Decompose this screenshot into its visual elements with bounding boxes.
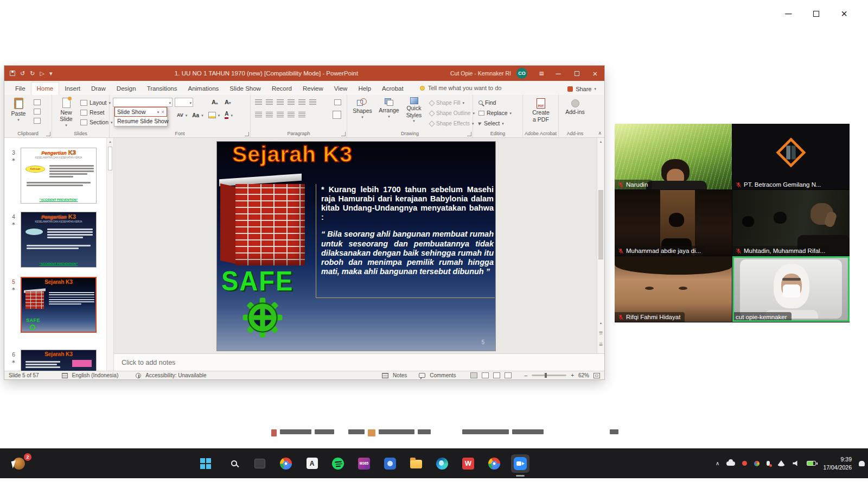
- ribbon-display-options-icon[interactable]: ▤: [534, 71, 549, 76]
- close-button[interactable]: ×: [841, 8, 847, 20]
- notes-pane[interactable]: Click to add notes: [114, 353, 604, 371]
- safe-wordart[interactable]: SAFE: [221, 264, 293, 296]
- participant-tile-rifqi[interactable]: Rifqi Fahmi Hidayat: [615, 256, 732, 322]
- save-icon[interactable]: [10, 71, 15, 76]
- slide-canvas[interactable]: Sejarah K3 * Kurang lebih 1700 tahun seb…: [217, 142, 495, 351]
- section-button[interactable]: Section▾: [80, 119, 113, 125]
- next-slide-button[interactable]: ⇊: [597, 341, 604, 347]
- align-right-icon[interactable]: [277, 112, 284, 117]
- widgets-button[interactable]: [251, 454, 269, 473]
- combo-value[interactable]: Slide Show ▾ ×: [114, 107, 167, 117]
- decrease-indent-icon[interactable]: [277, 99, 284, 105]
- zoom-slider[interactable]: [532, 375, 566, 376]
- browser-button[interactable]: [485, 454, 503, 473]
- zoom-slider-thumb[interactable]: [545, 373, 547, 378]
- create-pdf-button[interactable]: Create a PDF: [528, 98, 553, 123]
- columns-icon[interactable]: [298, 112, 305, 117]
- ppt-restore-button[interactable]: [567, 66, 586, 81]
- start-button[interactable]: [199, 454, 217, 473]
- notes-toggle[interactable]: Notes: [393, 372, 407, 378]
- thumbnail-slide-4[interactable]: PengertianK3 KESELAMATAN DAN KESEHATAN K…: [21, 212, 97, 268]
- ppt-close-button[interactable]: ×: [586, 66, 604, 81]
- cut-icon[interactable]: [34, 99, 41, 105]
- tray-clock[interactable]: 9:39 17/04/2026: [823, 455, 852, 471]
- zoom-app-button[interactable]: [511, 454, 529, 473]
- combo-suggestion[interactable]: Resume Slide Show: [114, 117, 167, 126]
- character-spacing-button[interactable]: AV▾: [177, 112, 187, 118]
- text-highlight-button[interactable]: ▾: [208, 112, 220, 118]
- thumbnail-scrollbar[interactable]: ▴: [106, 138, 113, 371]
- tellme-box[interactable]: Tell me what you want to do: [420, 85, 502, 95]
- paste-button[interactable]: Paste ▾: [9, 98, 28, 122]
- m365-button[interactable]: M365: [355, 454, 373, 473]
- font-color-button[interactable]: A▾: [225, 111, 233, 119]
- restore-button[interactable]: [813, 11, 819, 17]
- layout-button[interactable]: Layout▾: [80, 99, 113, 106]
- shapes-button[interactable]: Shapes ▾: [350, 98, 374, 119]
- accessibility-status[interactable]: Accessibility: Unavailable: [145, 372, 206, 378]
- notes-toggle-icon[interactable]: [382, 373, 388, 378]
- edge-button[interactable]: [433, 454, 451, 473]
- zoom-in-button[interactable]: +: [571, 372, 574, 378]
- new-slide-button[interactable]: New Slide ▾: [54, 98, 78, 127]
- red-status-icon[interactable]: [742, 461, 747, 466]
- tab-design[interactable]: Design: [111, 83, 142, 95]
- combo-close-icon[interactable]: ×: [161, 109, 164, 115]
- reading-view-icon[interactable]: [493, 372, 500, 378]
- bullets-icon[interactable]: [255, 99, 262, 105]
- tab-review[interactable]: Review: [297, 83, 329, 95]
- arrange-button[interactable]: Arrange ▾: [376, 98, 401, 118]
- previous-slide-button[interactable]: ⇈: [597, 331, 604, 336]
- undo-icon[interactable]: ↺: [20, 70, 25, 77]
- smartart-convert-icon[interactable]: [333, 111, 341, 119]
- align-text-icon[interactable]: [334, 99, 341, 105]
- font-dialog-launcher[interactable]: [245, 132, 249, 136]
- file-explorer-button[interactable]: [407, 454, 425, 473]
- tab-file[interactable]: File: [10, 83, 31, 95]
- wifi-icon[interactable]: [777, 460, 786, 466]
- tab-slideshow[interactable]: Slide Show: [224, 83, 266, 95]
- replace-button[interactable]: Replace▾: [478, 110, 512, 116]
- text-direction-icon[interactable]: [309, 99, 316, 105]
- align-center-icon[interactable]: [266, 112, 273, 117]
- shape-fill-button[interactable]: Shape Fill▾: [430, 100, 475, 106]
- thumbnail-slide-6[interactable]: Sejarah K3: [21, 350, 97, 371]
- grow-font-button[interactable]: A▴: [212, 99, 218, 105]
- normal-view-icon[interactable]: [470, 372, 477, 378]
- language-indicator[interactable]: English (Indonesia): [72, 372, 119, 378]
- volume-icon[interactable]: [793, 460, 800, 466]
- slideshow-view-icon[interactable]: [505, 372, 512, 378]
- fit-to-window-icon[interactable]: [593, 373, 600, 378]
- editor-scrollbar[interactable]: ▴ ▴ ⇈ ⇊: [597, 138, 604, 353]
- blue-app-button[interactable]: [381, 454, 399, 473]
- qat-customize-icon[interactable]: ▾: [49, 70, 53, 77]
- participant-tile-narudin[interactable]: Narudin: [615, 124, 732, 189]
- notification-center-icon[interactable]: [859, 461, 865, 466]
- onedrive-icon[interactable]: [726, 461, 735, 466]
- shrink-font-button[interactable]: A▾: [225, 99, 231, 105]
- tab-view[interactable]: View: [329, 83, 353, 95]
- reset-button[interactable]: Reset: [80, 109, 113, 116]
- tab-help[interactable]: Help: [353, 83, 376, 95]
- ppt-minimize-button[interactable]: ─: [549, 66, 567, 81]
- comments-toggle[interactable]: Comments: [430, 372, 456, 378]
- align-left-icon[interactable]: [255, 112, 262, 117]
- tab-insert[interactable]: Insert: [59, 83, 86, 95]
- font-name-combo[interactable]: ▾: [113, 98, 173, 107]
- find-button[interactable]: Find: [478, 99, 512, 106]
- notification-badge-icon[interactable]: 2: [12, 453, 33, 474]
- participant-tile-betracom[interactable]: PT. Betracom Gemilang N...: [732, 124, 850, 189]
- format-painter-icon[interactable]: [34, 118, 41, 124]
- participant-tile-cutopie[interactable]: cut opie-kemnaker: [732, 256, 850, 322]
- editor-scroll-thumb[interactable]: [598, 190, 603, 259]
- account-avatar[interactable]: CO: [516, 68, 527, 79]
- justify-icon[interactable]: [288, 112, 295, 117]
- tray-expand-icon[interactable]: ∧: [716, 460, 719, 466]
- participant-tile-muhtadin[interactable]: Muhtadin, Muhammad Rifal...: [732, 190, 850, 256]
- numbering-icon[interactable]: [266, 99, 273, 105]
- slide-sorter-view-icon[interactable]: [482, 372, 489, 378]
- increase-indent-icon[interactable]: [288, 99, 295, 105]
- slide-title[interactable]: Sejarah K3: [232, 142, 353, 167]
- font-size-combo[interactable]: ▾: [175, 98, 193, 107]
- spotify-button[interactable]: [329, 454, 347, 473]
